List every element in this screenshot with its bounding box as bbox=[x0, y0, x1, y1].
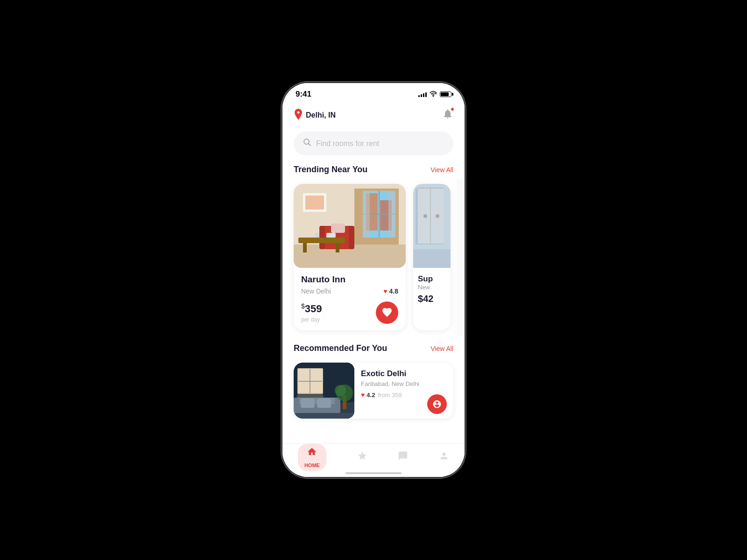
battery-fill bbox=[441, 92, 449, 96]
phone-frame: 9:41 bbox=[282, 83, 465, 477]
svg-rect-29 bbox=[436, 214, 439, 218]
svg-point-19 bbox=[315, 233, 319, 238]
header: Delhi, IN bbox=[282, 103, 465, 126]
home-label: HOME bbox=[304, 462, 320, 468]
rec-favorite-button-1[interactable] bbox=[427, 394, 447, 414]
rec-card-location-1: Faribabad, New Delhi bbox=[361, 380, 447, 387]
nav-item-profile[interactable] bbox=[439, 451, 449, 464]
favorite-button-1[interactable] bbox=[376, 301, 398, 324]
card-price-block-1: $359 per day bbox=[301, 302, 322, 322]
recommended-section-header: Recommended For You View All bbox=[282, 340, 465, 357]
svg-rect-41 bbox=[335, 398, 340, 413]
card-location-2: New bbox=[418, 284, 446, 291]
nav-item-home[interactable]: HOME bbox=[298, 444, 326, 471]
card-rating-1: ♥ 4.8 bbox=[383, 287, 398, 295]
svg-rect-14 bbox=[349, 226, 354, 249]
svg-point-47 bbox=[335, 385, 346, 396]
app-content[interactable]: Delhi, IN Find rooms for rent Trending N… bbox=[282, 103, 465, 473]
favorites-icon bbox=[357, 451, 367, 464]
svg-rect-10 bbox=[388, 191, 395, 238]
card-title-1: Naruto Inn bbox=[301, 274, 398, 285]
battery-icon bbox=[440, 91, 451, 97]
trending-view-all[interactable]: View All bbox=[430, 166, 453, 174]
card-price-row-1: $359 per day bbox=[301, 301, 398, 324]
svg-rect-42 bbox=[301, 399, 315, 408]
card-price-2: $42 bbox=[418, 294, 446, 304]
recommended-view-all[interactable]: View All bbox=[430, 345, 453, 352]
svg-rect-28 bbox=[423, 214, 427, 218]
nav-item-favorites[interactable] bbox=[357, 451, 367, 464]
profile-icon bbox=[439, 451, 449, 464]
card-image-2 bbox=[413, 184, 451, 268]
svg-rect-15 bbox=[331, 224, 345, 233]
heart-icon-rec-1: ♥ bbox=[361, 391, 365, 399]
svg-rect-30 bbox=[413, 249, 451, 268]
svg-rect-43 bbox=[317, 399, 331, 408]
card-image-1 bbox=[294, 184, 406, 268]
card-title-2: Sup bbox=[418, 274, 446, 284]
trending-card-2-partial[interactable]: Sup New $42 bbox=[413, 184, 451, 330]
recommended-section: Recommended For You View All bbox=[282, 340, 465, 419]
bell-button[interactable] bbox=[442, 108, 453, 122]
heart-icon-1: ♥ bbox=[383, 287, 387, 295]
status-bar: 9:41 bbox=[282, 83, 465, 103]
trending-title: Trending Near You bbox=[294, 165, 367, 175]
trending-scroll: Naruto Inn New Delhi ♥ 4.8 $359 bbox=[282, 178, 465, 336]
card-body-1: Naruto Inn New Delhi ♥ 4.8 $359 bbox=[294, 268, 406, 330]
card-price-1: $359 bbox=[301, 302, 322, 315]
bar2 bbox=[421, 94, 422, 97]
search-icon bbox=[303, 138, 311, 149]
wifi-icon bbox=[430, 91, 437, 98]
bar4 bbox=[425, 92, 427, 97]
svg-rect-40 bbox=[294, 398, 299, 413]
status-icons bbox=[418, 91, 451, 98]
notification-dot bbox=[451, 107, 454, 111]
svg-rect-17 bbox=[303, 243, 307, 252]
home-indicator bbox=[345, 472, 402, 474]
svg-rect-22 bbox=[305, 196, 324, 210]
trending-section-header: Trending Near You View All bbox=[282, 161, 465, 178]
card-price-label-1: per day bbox=[301, 316, 322, 323]
rec-card-title-1: Exotic Delhi bbox=[361, 369, 447, 378]
svg-rect-9 bbox=[363, 191, 370, 238]
bar1 bbox=[418, 95, 420, 97]
rec-card-image-1 bbox=[294, 363, 354, 419]
svg-rect-18 bbox=[336, 243, 339, 252]
search-bar[interactable]: Find rooms for rent bbox=[294, 132, 453, 155]
messages-icon bbox=[398, 451, 408, 464]
card-location-row-1: New Delhi ♥ 4.8 bbox=[301, 287, 398, 295]
signal-bars-icon bbox=[418, 91, 427, 97]
status-time: 9:41 bbox=[296, 90, 311, 99]
recommended-card-1[interactable]: Exotic Delhi Faribabad, New Delhi ♥ 4.2 … bbox=[294, 363, 453, 419]
recommended-title: Recommended For You bbox=[294, 343, 387, 353]
svg-rect-16 bbox=[298, 238, 345, 243]
search-placeholder: Find rooms for rent bbox=[316, 140, 379, 148]
card-location-1: New Delhi bbox=[301, 287, 331, 295]
location-text: Delhi, IN bbox=[306, 111, 336, 119]
bar3 bbox=[423, 93, 424, 97]
svg-rect-44 bbox=[294, 413, 354, 419]
rec-from-text-1: from 359 bbox=[378, 392, 402, 399]
location-pin-icon bbox=[294, 109, 303, 122]
svg-rect-20 bbox=[326, 233, 336, 238]
card-body-2: Sup New $42 bbox=[413, 268, 451, 311]
nav-item-messages[interactable] bbox=[398, 451, 408, 464]
trending-card-1[interactable]: Naruto Inn New Delhi ♥ 4.8 $359 bbox=[294, 184, 406, 330]
location-row: Delhi, IN bbox=[294, 109, 336, 122]
home-icon bbox=[307, 447, 317, 460]
